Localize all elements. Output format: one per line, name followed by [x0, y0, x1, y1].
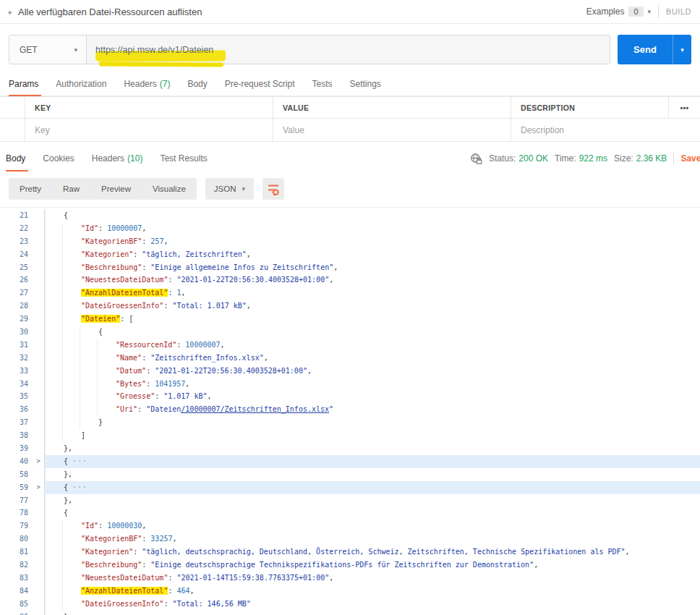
fold-toggle-icon[interactable]: > [37, 455, 40, 468]
code-tokens: "DateiGroessenInfo": "Total: 1.017 kB", [80, 300, 251, 313]
tab-authorization[interactable]: Authorization [47, 72, 115, 96]
tab-body[interactable]: Body [179, 72, 215, 96]
tab-label: Settings [350, 79, 381, 89]
indent-guide [62, 222, 80, 235]
indent-guide [45, 533, 62, 546]
indent-guide [62, 598, 80, 611]
fold-toggle-icon[interactable]: > [37, 481, 40, 494]
line-number: 37 [20, 416, 44, 429]
tab-tests[interactable]: Tests [303, 72, 341, 96]
response-tab-headers[interactable]: Headers(10) [83, 146, 152, 171]
view-mode-visualize[interactable]: Visualize [142, 178, 197, 200]
table-options-icon[interactable]: ••• [668, 97, 700, 118]
indent-guide [45, 403, 62, 416]
indent-guide [45, 468, 62, 481]
indent-guide [62, 519, 80, 533]
line-number: 21 [20, 209, 44, 222]
indent-guide [62, 559, 80, 572]
tab-params[interactable]: Params [9, 72, 47, 96]
tab-label: Body [6, 153, 25, 164]
indent-guide [97, 339, 114, 352]
language-select[interactable]: JSON ▾ [205, 178, 254, 200]
response-view-toolbar: PrettyRawPreviewVisualize JSON ▾ [0, 171, 700, 207]
indent-guide [80, 339, 97, 352]
response-body-json: 21{22"Id": 10000007,23"KategorienBF": 25… [0, 207, 700, 615]
response-tab-body[interactable]: Body [6, 146, 34, 171]
line-gutter: 85 [0, 598, 45, 611]
collapse-arrow-icon[interactable]: ▸ [9, 8, 12, 16]
value-input[interactable]: Value [273, 119, 511, 141]
code-line-content: "RessourcenId": 10000007, [45, 339, 700, 352]
key-column-header: KEY [25, 97, 273, 118]
collapsed-code-block[interactable]: { ··· [45, 455, 700, 468]
view-mode-preview[interactable]: Preview [90, 178, 142, 200]
send-options-icon[interactable]: ▾ [673, 35, 691, 64]
examples-dropdown[interactable]: Examples 0 ▾ [586, 7, 651, 17]
description-column-header: DESCRIPTION [511, 97, 668, 118]
send-label[interactable]: Send [618, 35, 673, 64]
row-select-column [0, 119, 25, 141]
method-select[interactable]: GET ▾ [9, 35, 87, 64]
tab-label: Tests [312, 79, 332, 89]
tab-label: Cookies [43, 153, 74, 164]
code-tokens: "Beschreibung": "Einige deutschsprachige… [80, 559, 538, 572]
indent-guide [45, 572, 62, 585]
network-globe-lock-icon[interactable] [470, 153, 482, 165]
line-number: 31 [20, 339, 44, 352]
line-number: 36 [20, 403, 44, 416]
line-number: 23 [20, 235, 44, 248]
indent-guide [45, 352, 62, 365]
code-line: 84"AnzahlDateienTotal": 464, [0, 585, 700, 598]
key-input[interactable]: Key [25, 119, 273, 141]
tab-pre-request-script[interactable]: Pre-request Script [216, 72, 304, 96]
indent-guide [45, 611, 62, 615]
indent-guide [97, 390, 114, 403]
indent-guide [45, 559, 62, 572]
params-input-row: Key Value Description [0, 119, 700, 141]
line-number: 77 [20, 494, 44, 507]
code-line-content: "AnzahlDateienTotal": 1, [45, 287, 700, 300]
description-input[interactable]: Description [511, 119, 668, 141]
code-tokens: "DateiGroessenInfo": "Total: 146,56 MB" [80, 598, 251, 611]
view-mode-pretty[interactable]: Pretty [9, 178, 52, 200]
tab-settings[interactable]: Settings [341, 72, 390, 96]
wrap-text-button[interactable] [262, 178, 284, 200]
response-tab-cookies[interactable]: Cookies [34, 146, 82, 171]
response-tab-test-results[interactable]: Test Results [151, 146, 215, 171]
url-input[interactable]: https://api.msw.de/v1/Dateien [87, 35, 610, 64]
view-mode-raw[interactable]: Raw [52, 178, 90, 200]
line-gutter: 34 [0, 378, 45, 391]
line-gutter: 24 [0, 248, 45, 261]
indent-guide [45, 494, 62, 507]
line-number: 81 [20, 546, 44, 559]
line-gutter: 22 [0, 222, 45, 235]
code-line-content: "NeuestesDateiDatum": "2021-01-14T15:59:… [45, 572, 700, 585]
line-gutter: 81 [0, 546, 45, 559]
indent-guide [45, 339, 62, 352]
indent-guide [80, 378, 97, 391]
tab-label: Pre-request Script [225, 79, 295, 89]
code-line-content: } [45, 611, 700, 615]
code-tokens: "Bytes": 1041957, [114, 378, 189, 391]
collapsed-code-block[interactable]: { ··· [45, 481, 700, 494]
code-line-content: }, [45, 442, 700, 455]
code-tokens: "AnzahlDateienTotal": 464, [80, 585, 195, 598]
indent-guide [62, 261, 80, 274]
indent-guide [45, 442, 62, 455]
tab-headers[interactable]: Headers(7) [115, 72, 179, 96]
line-gutter: 83 [0, 572, 45, 585]
indent-guide [62, 390, 80, 403]
indent-guide [62, 572, 80, 585]
send-button[interactable]: Send ▾ [618, 35, 691, 64]
code-line-content: "Bytes": 1041957, [45, 378, 700, 391]
response-section: BodyCookiesHeaders(10)Test Results Statu… [0, 146, 700, 171]
line-gutter: 59> [0, 481, 45, 494]
line-gutter: 28 [0, 300, 45, 313]
code-tokens: "Id": 10000007, [80, 222, 146, 235]
save-response-button[interactable]: Save Response [680, 153, 700, 164]
line-number: 22 [20, 222, 44, 235]
code-line-content: "Datum": "2021-01-22T20:56:30.4003528+01… [45, 365, 700, 378]
line-gutter: 86 [0, 611, 45, 615]
line-gutter: 35 [0, 390, 45, 403]
indent-guide [62, 533, 80, 546]
